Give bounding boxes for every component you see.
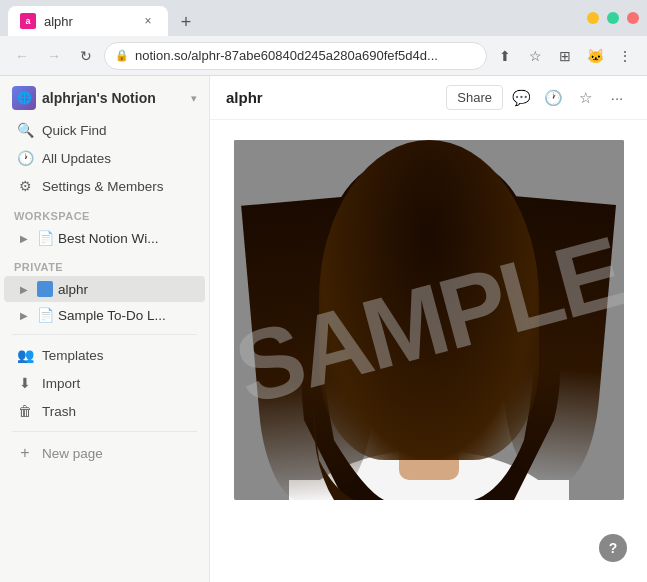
page-icon-blue xyxy=(36,280,54,298)
quick-find-label: Quick Find xyxy=(42,123,107,138)
comment-icon-button[interactable]: 💬 xyxy=(507,84,535,112)
help-button[interactable]: ? xyxy=(599,534,627,562)
more-options-button[interactable]: ··· xyxy=(603,84,631,112)
content-area: alphr Share 💬 🕐 ☆ ··· xyxy=(210,76,647,582)
favorite-icon-button[interactable]: ☆ xyxy=(571,84,599,112)
active-tab[interactable]: a alphr × xyxy=(8,6,168,36)
gear-icon: ⚙ xyxy=(16,177,34,195)
settings-label: Settings & Members xyxy=(42,179,164,194)
browser-more-button[interactable]: ⋮ xyxy=(611,42,639,70)
portrait-hair xyxy=(319,140,539,460)
browser-frame: a alphr × + ← → ↻ 🔒 notion.so/alph xyxy=(0,0,647,582)
address-text: notion.so/alphr-87abe60840d245a280a690fe… xyxy=(135,48,476,63)
plus-icon: + xyxy=(16,444,34,462)
close-button[interactable] xyxy=(627,12,639,24)
sidebar-item-settings[interactable]: ⚙ Settings & Members xyxy=(4,172,205,200)
workspace-section-label: WORKSPACE xyxy=(0,200,209,225)
sidebar-item-trash[interactable]: 🗑 Trash xyxy=(4,397,205,425)
all-updates-label: All Updates xyxy=(42,151,111,166)
cat-extension-button[interactable]: 🐱 xyxy=(581,42,609,70)
workspace-chevron-icon: ▾ xyxy=(191,92,197,105)
private-section-label: PRIVATE xyxy=(0,251,209,276)
tab-favicon: a xyxy=(20,13,36,29)
tab-close-button[interactable]: × xyxy=(140,13,156,29)
sidebar-item-all-updates[interactable]: 🕐 All Updates xyxy=(4,144,205,172)
bookmark-button[interactable]: ☆ xyxy=(521,42,549,70)
best-notion-label: Best Notion Wi... xyxy=(58,231,159,246)
tab-title: alphr xyxy=(44,14,73,29)
title-bar: a alphr × + xyxy=(0,0,647,36)
back-button[interactable]: ← xyxy=(8,42,36,70)
alphr-label: alphr xyxy=(58,282,88,297)
minimize-button[interactable] xyxy=(587,12,599,24)
sidebar-item-sample-todo[interactable]: ▶ 📄 Sample To-Do L... xyxy=(4,302,205,328)
trash-label: Trash xyxy=(42,404,76,419)
comment-icon: 💬 xyxy=(512,89,531,107)
history-icon-button[interactable]: 🕐 xyxy=(539,84,567,112)
extensions-button[interactable]: ⊞ xyxy=(551,42,579,70)
profile-image xyxy=(234,140,624,500)
new-page-button[interactable]: + New page xyxy=(4,438,205,468)
trash-icon: 🗑 xyxy=(16,402,34,420)
sidebar: 🌐 alphrjan's Notion ▾ 🔍 Quick Find 🕐 All… xyxy=(0,76,210,582)
share-button[interactable]: Share xyxy=(446,85,503,110)
templates-icon: 👥 xyxy=(16,346,34,364)
content-header: alphr Share 💬 🕐 ☆ ··· xyxy=(210,76,647,120)
clock-icon: 🕐 xyxy=(16,149,34,167)
sidebar-item-alphr[interactable]: ▶ alphr xyxy=(4,276,205,302)
reload-button[interactable]: ↻ xyxy=(72,42,100,70)
page-title: alphr xyxy=(226,89,436,106)
sidebar-item-best-notion[interactable]: ▶ 📄 Best Notion Wi... xyxy=(4,225,205,251)
import-icon: ⬇ xyxy=(16,374,34,392)
chevron-down-icon: ▶ xyxy=(16,281,32,297)
new-tab-button[interactable]: + xyxy=(172,8,200,36)
doc-icon: 📄 xyxy=(36,229,54,247)
workspace-header[interactable]: 🌐 alphrjan's Notion ▾ xyxy=(0,76,209,116)
nav-actions: ⬆ ☆ ⊞ 🐱 ⋮ xyxy=(491,42,639,70)
new-page-label: New page xyxy=(42,446,103,461)
tab-bar: a alphr × + xyxy=(8,0,200,36)
address-bar[interactable]: 🔒 notion.so/alphr-87abe60840d245a280a690… xyxy=(104,42,487,70)
maximize-button[interactable] xyxy=(607,12,619,24)
sidebar-item-import[interactable]: ⬇ Import xyxy=(4,369,205,397)
forward-button[interactable]: → xyxy=(40,42,68,70)
chevron-right-icon: ▶ xyxy=(16,230,32,246)
main-area: 🌐 alphrjan's Notion ▾ 🔍 Quick Find 🕐 All… xyxy=(0,76,647,582)
window-controls xyxy=(587,12,639,24)
nav-bar: ← → ↻ 🔒 notion.so/alphr-87abe60840d245a2… xyxy=(0,36,647,76)
sidebar-item-templates[interactable]: 👥 Templates xyxy=(4,341,205,369)
workspace-icon: 🌐 xyxy=(12,86,36,110)
todo-doc-icon: 📄 xyxy=(36,306,54,324)
header-actions: Share 💬 🕐 ☆ ··· xyxy=(446,84,631,112)
lock-icon: 🔒 xyxy=(115,49,129,62)
search-icon: 🔍 xyxy=(16,121,34,139)
star-icon: ☆ xyxy=(579,89,592,107)
sample-todo-label: Sample To-Do L... xyxy=(58,308,166,323)
content-body: SAMPLE ? xyxy=(210,120,647,582)
chevron-right-icon-2: ▶ xyxy=(16,307,32,323)
import-label: Import xyxy=(42,376,80,391)
templates-label: Templates xyxy=(42,348,104,363)
workspace-name: alphrjan's Notion xyxy=(42,90,156,106)
sidebar-divider-2 xyxy=(12,431,197,432)
profile-image-container: SAMPLE xyxy=(234,140,624,500)
share-nav-button[interactable]: ⬆ xyxy=(491,42,519,70)
more-icon: ··· xyxy=(611,89,624,106)
sidebar-item-quick-find[interactable]: 🔍 Quick Find xyxy=(4,116,205,144)
history-icon: 🕐 xyxy=(544,89,563,107)
sidebar-divider xyxy=(12,334,197,335)
